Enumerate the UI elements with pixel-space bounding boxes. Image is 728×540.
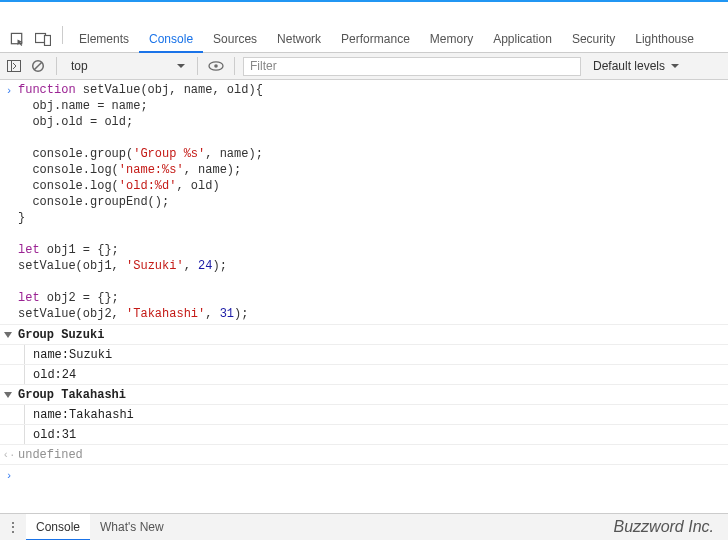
drawer: ⋮ Console What's New Buzzword Inc. — [0, 513, 728, 540]
levels-label: Default levels — [593, 59, 665, 73]
console-log-line: old:31 — [0, 425, 728, 445]
drawer-tab-console[interactable]: Console — [26, 514, 90, 540]
separator — [234, 57, 235, 75]
separator — [56, 57, 57, 75]
tab-elements[interactable]: Elements — [69, 26, 139, 52]
console-log-line: name:Suzuki — [0, 345, 728, 365]
svg-line-6 — [34, 62, 42, 70]
clear-console-icon[interactable] — [26, 53, 50, 79]
inspect-element-icon[interactable] — [4, 26, 30, 52]
brand-watermark: Buzzword Inc. — [614, 514, 728, 540]
more-icon[interactable]: ⋮ — [0, 514, 26, 540]
console-group-header[interactable]: Group Suzuki — [0, 325, 728, 345]
log-levels-selector[interactable]: Default levels — [581, 59, 687, 73]
sidebar-toggle-icon[interactable] — [2, 53, 26, 79]
code-snippet: function setValue(obj, name, old){ obj.n… — [18, 82, 271, 322]
console-toolbar: top Default levels — [0, 53, 728, 80]
console-output[interactable]: › function setValue(obj, name, old){ obj… — [0, 80, 728, 513]
device-toggle-icon[interactable] — [30, 26, 56, 52]
svg-rect-3 — [8, 61, 21, 72]
separator — [62, 26, 63, 44]
disclosure-triangle-icon — [4, 392, 12, 398]
tab-memory[interactable]: Memory — [420, 26, 483, 52]
svg-point-8 — [214, 64, 218, 68]
input-marker-icon: › — [0, 467, 18, 484]
console-input-echo: › function setValue(obj, name, old){ obj… — [0, 80, 728, 325]
context-label: top — [71, 59, 88, 73]
tab-network[interactable]: Network — [267, 26, 331, 52]
svg-rect-2 — [45, 36, 51, 46]
input-marker-icon: › — [0, 82, 18, 322]
tab-application[interactable]: Application — [483, 26, 562, 52]
output-marker-icon: ‹· — [0, 446, 18, 463]
tab-performance[interactable]: Performance — [331, 26, 420, 52]
tab-console[interactable]: Console — [139, 26, 203, 53]
console-prompt[interactable]: › — [0, 465, 728, 485]
console-log-line: old:24 — [0, 365, 728, 385]
console-group-header[interactable]: Group Takahashi — [0, 385, 728, 405]
tab-sources[interactable]: Sources — [203, 26, 267, 52]
chevron-down-icon — [177, 64, 185, 68]
disclosure-triangle-icon — [4, 332, 12, 338]
filter-input[interactable] — [243, 57, 581, 76]
chevron-down-icon — [671, 64, 679, 68]
context-selector[interactable]: top — [63, 56, 191, 76]
drawer-tab-whatsnew[interactable]: What's New — [90, 514, 174, 540]
live-expression-icon[interactable] — [204, 53, 228, 79]
console-log-line: name:Takahashi — [0, 405, 728, 425]
console-return-value: ‹· undefined — [0, 445, 728, 465]
separator — [197, 57, 198, 75]
window-top-strip — [0, 0, 728, 26]
group-title: Group Takahashi — [18, 387, 126, 403]
devtools-tabbar: Elements Console Sources Network Perform… — [0, 26, 728, 53]
tab-lighthouse[interactable]: Lighthouse — [625, 26, 704, 52]
tab-security[interactable]: Security — [562, 26, 625, 52]
group-title: Group Suzuki — [18, 327, 104, 343]
